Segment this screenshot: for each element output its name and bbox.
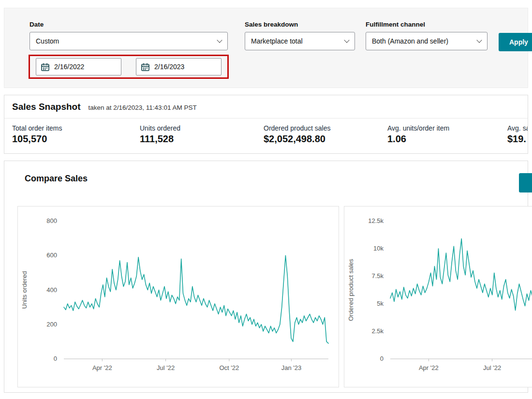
end-date-value: 2/16/2023: [154, 63, 184, 71]
svg-text:800: 800: [46, 217, 57, 224]
stat-label: Units ordered: [140, 124, 264, 132]
stat-value: $19.: [507, 133, 528, 145]
sales-snapshot-title: Sales Snapshot: [12, 102, 81, 112]
snapshot-timestamp: taken at 2/16/2023, 11:43:01 AM PST: [89, 104, 197, 111]
calendar-icon: [41, 63, 49, 71]
svg-text:Ordered product sales: Ordered product sales: [347, 259, 355, 321]
sales-breakdown-value: Marketplace total: [251, 37, 303, 45]
stat-total-order-items: Total order items 105,570: [12, 124, 140, 145]
date-filter-group: Date Custom: [30, 21, 228, 50]
sales-snapshot-card: Sales Snapshot taken at 2/16/2023, 11:43…: [4, 95, 528, 154]
stat-label: Avg. sa: [507, 124, 528, 132]
svg-text:400: 400: [46, 286, 57, 294]
svg-text:Jan '23: Jan '23: [281, 364, 302, 371]
sales-breakdown-dropdown[interactable]: Marketplace total: [245, 32, 355, 50]
stat-value: 105,570: [12, 133, 140, 145]
compare-sales-card: Compare Sales 0200400600800Apr '22Jul '2…: [4, 161, 528, 393]
stat-avg-units-per-order: Avg. units/order item 1.06: [387, 124, 507, 145]
ordered-product-sales-chart: 02.5k5k7.5k10k12.5kApr '22Jul '22Ordered…: [344, 206, 532, 387]
apply-button[interactable]: Apply: [499, 33, 532, 51]
fulfillment-channel-value: Both (Amazon and seller): [372, 37, 448, 45]
svg-text:Apr '22: Apr '22: [419, 364, 439, 371]
end-date-input[interactable]: 2/16/2023: [136, 58, 222, 75]
svg-text:7.5k: 7.5k: [371, 272, 384, 280]
sales-breakdown-group: Sales breakdown Marketplace total: [245, 21, 355, 50]
date-range-highlight-annotation: 2/16/2022 2/16/2023: [29, 55, 229, 79]
stat-label: Ordered product sales: [264, 124, 387, 132]
svg-text:0: 0: [380, 355, 384, 362]
svg-text:Oct '22: Oct '22: [219, 364, 239, 371]
svg-text:12.5k: 12.5k: [368, 217, 384, 224]
svg-text:Jul '22: Jul '22: [157, 364, 175, 371]
filter-panel: Date Custom Sales breakdown Marketplace …: [4, 8, 528, 88]
date-range-value: Custom: [36, 37, 59, 45]
svg-text:600: 600: [46, 251, 57, 259]
stat-value: 111,528: [140, 133, 264, 145]
sales-breakdown-label: Sales breakdown: [245, 21, 355, 28]
svg-text:5k: 5k: [377, 300, 384, 307]
start-date-input[interactable]: 2/16/2022: [36, 58, 121, 75]
chevron-down-icon: [476, 37, 482, 43]
compare-sales-title: Compare Sales: [25, 174, 88, 184]
calendar-icon: [141, 63, 149, 71]
compare-sales-button[interactable]: [519, 173, 532, 192]
stat-label: Total order items: [12, 124, 140, 132]
stat-avg-sales: Avg. sa $19.: [507, 124, 528, 145]
stat-value: 1.06: [387, 133, 507, 145]
svg-text:200: 200: [46, 321, 57, 328]
date-range-dropdown[interactable]: Custom: [30, 32, 228, 50]
sales-snapshot-header: Sales Snapshot taken at 2/16/2023, 11:43…: [4, 95, 528, 118]
stat-label: Avg. units/order item: [387, 124, 507, 132]
stat-value: $2,052,498.80: [264, 133, 387, 145]
ordered-product-sales-chart-svg: 02.5k5k7.5k10k12.5kApr '22Jul '22Ordered…: [344, 207, 532, 385]
snapshot-stats-row: Total order items 105,570 Units ordered …: [4, 118, 528, 145]
svg-text:0: 0: [54, 355, 57, 362]
chevron-down-icon: [344, 37, 349, 43]
units-ordered-chart-svg: 0200400600800Apr '22Jul '22Oct '22Jan '2…: [18, 207, 337, 385]
date-label: Date: [30, 21, 228, 28]
svg-text:Apr '22: Apr '22: [92, 364, 112, 371]
units-ordered-chart: 0200400600800Apr '22Jul '22Oct '22Jan '2…: [17, 206, 339, 387]
svg-text:2.5k: 2.5k: [371, 327, 384, 335]
svg-text:Units ordered: Units ordered: [21, 271, 28, 309]
fulfillment-channel-label: Fulfillment channel: [366, 21, 488, 28]
stat-units-ordered: Units ordered 111,528: [140, 124, 264, 145]
svg-text:Jul '22: Jul '22: [483, 364, 501, 371]
fulfillment-channel-dropdown[interactable]: Both (Amazon and seller): [366, 32, 488, 50]
start-date-value: 2/16/2022: [54, 63, 84, 71]
svg-text:10k: 10k: [373, 245, 384, 252]
chevron-down-icon: [217, 37, 222, 43]
stat-ordered-product-sales: Ordered product sales $2,052,498.80: [264, 124, 387, 145]
fulfillment-channel-group: Fulfillment channel Both (Amazon and sel…: [366, 21, 488, 50]
